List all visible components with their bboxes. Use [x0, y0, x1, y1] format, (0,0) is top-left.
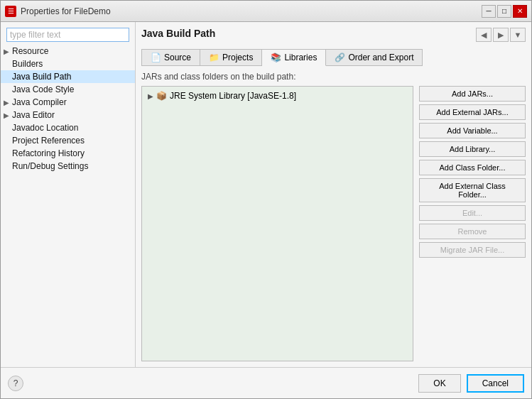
- expand-arrow-icon: ▶: [4, 99, 9, 106]
- tab-projects[interactable]: 📁 Projects: [200, 49, 262, 66]
- sidebar-item-builders[interactable]: Builders: [1, 58, 135, 70]
- add-external-class-folder-button[interactable]: Add External Class Folder...: [419, 178, 526, 202]
- properties-window: ☰ Properties for FileDemo ─ □ ✕ ▶ Resour…: [0, 0, 532, 399]
- tab-libraries[interactable]: 📚 Libraries: [262, 49, 326, 66]
- sidebar-item-refactoring-history[interactable]: Refactoring History: [1, 147, 135, 160]
- sidebar-item-label: Run/Debug Settings: [12, 161, 88, 171]
- tree-panel: ▶ 📦 JRE System Library [JavaSE-1.8]: [141, 86, 413, 361]
- sidebar-item-label: Refactoring History: [12, 148, 85, 158]
- sidebar-item-label: Project References: [12, 136, 85, 146]
- tree-expand-arrow-icon: ▶: [148, 92, 153, 100]
- expand-arrow-icon: ▶: [4, 111, 9, 119]
- dropdown-button[interactable]: ▼: [510, 28, 526, 42]
- sidebar-item-label: Javadoc Location: [12, 123, 78, 133]
- remove-button[interactable]: Remove: [419, 224, 526, 239]
- tab-bar: 📄 Source 📁 Projects 📚 Libraries 🔗 Order …: [141, 49, 526, 66]
- sidebar-item-label: Java Editor: [12, 110, 55, 120]
- sidebar-item-java-editor[interactable]: ▶ Java Editor: [1, 109, 135, 121]
- titlebar-left: ☰ Properties for FileDemo: [5, 6, 111, 17]
- source-tab-icon: 📄: [151, 53, 161, 62]
- panel-title: Java Build Path: [141, 28, 215, 39]
- tab-libraries-label: Libraries: [284, 53, 317, 62]
- titlebar: ☰ Properties for FileDemo ─ □ ✕: [1, 1, 531, 22]
- sidebar-item-label: Java Code Style: [12, 84, 74, 94]
- main-panel: Java Build Path ◀ ▶ ▼ 📄 Source 📁 Project…: [136, 22, 531, 367]
- order-export-tab-icon: 🔗: [335, 53, 345, 62]
- tab-source[interactable]: 📄 Source: [141, 49, 200, 66]
- jre-library-label: JRE System Library [JavaSE-1.8]: [170, 91, 296, 101]
- add-variable-button[interactable]: Add Variable...: [419, 123, 526, 138]
- build-path-description: JARs and class folders on the build path…: [141, 72, 526, 82]
- tab-source-label: Source: [164, 53, 191, 62]
- sidebar: ▶ Resource Builders Java Build Path Java…: [1, 22, 136, 367]
- expand-arrow-icon: ▶: [4, 48, 9, 55]
- jre-library-icon: 📦: [156, 91, 167, 101]
- tab-order-export-label: Order and Export: [348, 53, 413, 62]
- footer: ? OK Cancel: [1, 367, 531, 398]
- ok-button[interactable]: OK: [418, 374, 460, 393]
- add-jars-button[interactable]: Add JARs...: [419, 86, 526, 102]
- window-icon: ☰: [5, 6, 16, 17]
- sidebar-item-label: Java Compiler: [12, 97, 67, 107]
- back-button[interactable]: ◀: [476, 28, 492, 42]
- help-button[interactable]: ?: [8, 376, 23, 391]
- nav-toolbar: ◀ ▶ ▼: [476, 28, 526, 42]
- footer-left: ?: [8, 376, 23, 391]
- body-area: ▶ 📦 JRE System Library [JavaSE-1.8] Add …: [141, 86, 526, 361]
- add-library-button[interactable]: Add Library...: [419, 141, 526, 157]
- titlebar-buttons: ─ □ ✕: [482, 5, 527, 18]
- sidebar-item-label: Builders: [12, 59, 43, 69]
- cancel-button[interactable]: Cancel: [467, 374, 524, 393]
- sidebar-item-javadoc-location[interactable]: Javadoc Location: [1, 121, 135, 134]
- sidebar-item-java-code-style[interactable]: Java Code Style: [1, 83, 135, 96]
- buttons-panel: Add JARs... Add External JARs... Add Var…: [419, 86, 526, 361]
- filter-input[interactable]: [6, 28, 129, 42]
- projects-tab-icon: 📁: [209, 53, 219, 62]
- libraries-tab-icon: 📚: [271, 53, 281, 62]
- maximize-button[interactable]: □: [497, 5, 511, 18]
- tab-projects-label: Projects: [222, 53, 253, 62]
- sidebar-item-java-build-path[interactable]: Java Build Path: [1, 70, 135, 83]
- forward-button[interactable]: ▶: [493, 28, 509, 42]
- add-class-folder-button[interactable]: Add Class Folder...: [419, 160, 526, 175]
- sidebar-item-run-debug-settings[interactable]: Run/Debug Settings: [1, 160, 135, 173]
- close-button[interactable]: ✕: [513, 5, 527, 18]
- content-area: ▶ Resource Builders Java Build Path Java…: [1, 22, 531, 367]
- tab-order-export[interactable]: 🔗 Order and Export: [326, 49, 423, 66]
- sidebar-item-label: Resource: [12, 46, 48, 56]
- sidebar-item-resource[interactable]: ▶ Resource: [1, 45, 135, 58]
- sidebar-item-java-compiler[interactable]: ▶ Java Compiler: [1, 96, 135, 109]
- tree-list[interactable]: ▶ 📦 JRE System Library [JavaSE-1.8]: [141, 86, 413, 361]
- footer-right: OK Cancel: [418, 374, 524, 393]
- add-external-jars-button[interactable]: Add External JARs...: [419, 104, 526, 120]
- migrate-jar-button[interactable]: Migrate JAR File...: [419, 242, 526, 258]
- sidebar-item-label: Java Build Path: [12, 72, 71, 82]
- edit-button[interactable]: Edit...: [419, 205, 526, 221]
- minimize-button[interactable]: ─: [482, 5, 496, 18]
- window-title: Properties for FileDemo: [21, 6, 111, 16]
- tree-item-jre[interactable]: ▶ 📦 JRE System Library [JavaSE-1.8]: [145, 89, 410, 102]
- sidebar-item-project-references[interactable]: Project References: [1, 134, 135, 147]
